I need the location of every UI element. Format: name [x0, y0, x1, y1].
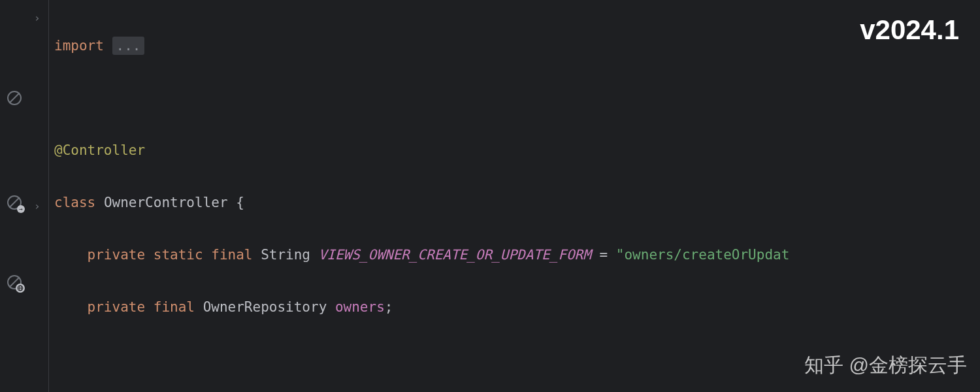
keyword-import: import	[54, 38, 104, 54]
watermark-text: 知乎 @金榜探云手	[804, 352, 967, 379]
gutter-constructor-icon[interactable]: →	[7, 195, 22, 210]
globe-icon	[17, 285, 24, 291]
code-content[interactable]: import ... @Controller class OwnerContro…	[49, 0, 980, 392]
keyword-class: class	[54, 195, 95, 210]
editor-gutter: › → ›	[0, 0, 49, 392]
gutter-web-method-icon[interactable]	[7, 274, 22, 290]
brace: {	[236, 195, 244, 210]
type-repo: OwnerRepository	[203, 299, 327, 315]
keyword-final: final	[154, 299, 195, 315]
class-name: OwnerController	[104, 195, 228, 210]
folded-region[interactable]: ...	[112, 37, 145, 55]
code-editor[interactable]: › → › import ... @Controller class Owner…	[0, 0, 980, 392]
fold-arrow-icon[interactable]: ›	[34, 12, 41, 24]
string-literal: "owners/createOrUpdat	[616, 247, 790, 263]
keyword-final: final	[211, 247, 252, 263]
keyword-static: static	[154, 247, 203, 263]
annotation-controller: @Controller	[54, 142, 145, 158]
equals: =	[591, 247, 616, 263]
gutter-class-icon[interactable]	[7, 90, 22, 106]
version-badge: v2024.1	[860, 14, 959, 46]
type-string: String	[261, 247, 310, 263]
semicolon: ;	[385, 299, 393, 315]
constant-name: VIEWS_OWNER_CREATE_OR_UPDATE_FORM	[319, 247, 591, 263]
field-owners: owners	[335, 299, 385, 315]
keyword-private: private	[88, 299, 146, 315]
fold-arrow-icon[interactable]: ›	[34, 200, 41, 212]
keyword-private: private	[88, 247, 146, 263]
